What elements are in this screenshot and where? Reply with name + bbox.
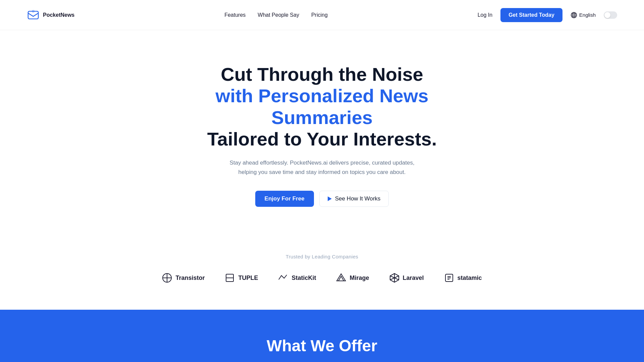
logo-mirage: Mirage [336,273,369,283]
hero-section: Cut Through the Noise with Personalized … [0,30,644,234]
brand-name: PocketNews [43,12,74,18]
nav-link-features[interactable]: Features [224,12,246,18]
logo-transistor: Transistor [162,273,205,283]
mirage-icon [336,273,346,283]
tuple-icon [225,273,235,283]
brand-logo[interactable]: PocketNews [27,9,74,21]
hero-description: Stay ahead effortlessly. PocketNews.ai d… [228,158,416,178]
trusted-section: Trusted by Leading Companies Transistor … [0,234,644,310]
logo-statamic: statamic [444,273,482,283]
svg-marker-12 [337,274,345,281]
hero-line2: with Personalized News Summaries [171,85,473,128]
svg-rect-1 [32,10,35,12]
toggle-knob [604,12,610,18]
language-label: English [579,12,596,18]
get-started-button[interactable]: Get Started Today [500,8,562,22]
language-selector[interactable]: English [571,12,596,18]
nav-right: Log In Get Started Today English [478,8,617,22]
laravel-label: Laravel [403,275,424,282]
see-how-works-button[interactable]: See How It Works [319,191,389,207]
offer-subtitle: Select your topics of interest. PocketNe… [221,360,423,362]
login-link[interactable]: Log In [478,12,492,18]
hero-title: Cut Through the Noise with Personalized … [171,64,473,150]
laravel-icon [389,273,399,283]
nav-link-pricing[interactable]: Pricing [311,12,328,18]
nav-links: Features What People Say Pricing [224,12,328,18]
statamic-label: statamic [458,275,482,282]
transistor-label: Transistor [175,275,205,282]
hero-line3: Tailored to Your Interests. [207,128,437,149]
nav-link-what-people-say[interactable]: What People Say [258,12,299,18]
statickit-icon [278,273,288,283]
hero-line1: Cut Through the Noise [221,64,423,85]
navigation: PocketNews Features What People Say Pric… [0,0,644,30]
transistor-icon [162,273,172,283]
play-icon [328,196,332,201]
see-how-works-label: See How It Works [335,195,381,202]
enjoy-free-button[interactable]: Enjoy For Free [255,191,314,207]
trusted-logos: Transistor TUPLE StaticKit Mirage [27,273,617,283]
tuple-label: TUPLE [238,275,258,282]
mirage-label: Mirage [350,275,369,282]
theme-toggle[interactable] [604,11,617,19]
trusted-label: Trusted by Leading Companies [27,254,617,259]
globe-icon [571,12,577,18]
hero-buttons: Enjoy For Free See How It Works [255,191,389,207]
logo-laravel: Laravel [389,273,424,283]
logo-icon [27,9,40,21]
statickit-label: StaticKit [291,275,316,282]
logo-tuple: TUPLE [225,273,258,283]
statamic-icon [444,273,454,283]
offer-title: What We Offer [13,337,631,355]
offer-section: What We Offer Select your topics of inte… [0,310,644,362]
logo-statickit: StaticKit [278,273,316,283]
